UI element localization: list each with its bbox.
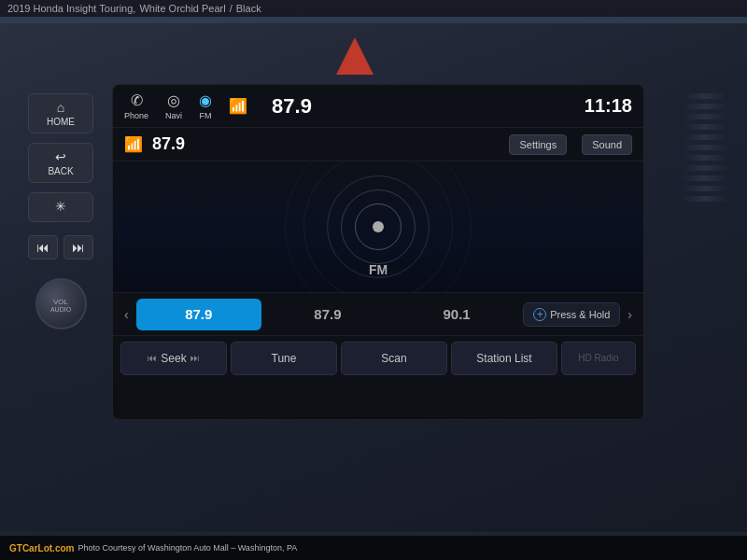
car-title: 2019 Honda Insight Touring, [7,3,135,14]
photo-container: 2019 Honda Insight Touring, White Orchid… [0,0,747,560]
fm-center-dot [373,221,384,232]
vent-stripe [682,155,728,161]
current-frequency: 87.9 [152,134,185,154]
vent-stripe [682,196,728,202]
station-3[interactable]: 90.1 [394,299,519,330]
tune-button[interactable]: Tune [231,342,337,375]
fm-icon: ◉ [199,91,212,109]
car-color: White Orchid Pearl [139,3,225,14]
vent-stripe [682,165,728,171]
hdradio-label: HD Radio [578,353,618,363]
photo-credit-text: Photo Courtesy of Washington Auto Mall –… [78,543,297,553]
seek-back-icon: ⏮ [148,353,157,363]
station-list-label: Station List [476,352,531,365]
plus-icon: + [533,308,546,321]
hdradio-button[interactable]: HD Radio [561,342,636,375]
freq-left-button[interactable]: ‹ [120,303,133,326]
tune-label: Tune [272,352,297,365]
gtcarlot-logo: GTCarLot.com [9,543,74,553]
vent-stripe [682,186,728,191]
fm-icon-button[interactable]: ◉ FM [199,91,212,120]
back-button[interactable]: ↩ BACK [28,143,93,183]
back-label: BACK [48,166,73,176]
prev-track-button[interactable]: ⏮ [28,235,58,259]
vent-stripe [682,145,728,150]
home-icon: ⌂ [42,100,79,115]
left-controls-panel: ⌂ HOME ↩ BACK ✳ ⏮ ⏭ VOL AUDIO [19,93,103,329]
home-button[interactable]: ⌂ HOME [28,93,93,133]
fm-circle-inner [355,203,402,250]
freq-right-button[interactable]: › [624,303,636,326]
volume-knob[interactable]: VOL AUDIO [35,278,87,329]
bottom-controls: ⏮ Seek ⏭ Tune Scan Station List HD Radio [113,335,643,380]
audio-label: AUDIO [50,306,71,313]
navi-icon-button[interactable]: ◎ Navi [165,91,182,120]
fm-label-top: FM [200,111,212,120]
main-screen: ✆ Phone ◎ Navi ◉ FM 📶 87.9 11:18 📶 87.9 … [112,84,644,420]
vent-stripe [682,175,728,181]
seek-button[interactable]: ⏮ Seek ⏭ [120,342,227,375]
vent-stripe [682,124,728,130]
next-track-button[interactable]: ⏭ [63,235,93,259]
seek-label: Seek [161,352,186,365]
phone-icon-button[interactable]: ✆ Phone [124,91,148,120]
vent-stripe [682,114,728,119]
home-label: HOME [47,117,75,127]
phone-label: Phone [124,111,148,120]
photo-title-bar: 2019 Honda Insight Touring, White Orchid… [0,0,747,17]
screen-topbar: ✆ Phone ◎ Navi ◉ FM 📶 87.9 11:18 [113,85,643,128]
media-controls: ⏮ ⏭ [28,235,93,259]
scan-label: Scan [381,352,406,365]
phone-icon: ✆ [131,91,143,109]
photo-credit-bar: GTCarLot.com Photo Courtesy of Washingto… [0,536,747,560]
station-1[interactable]: 87.9 [136,299,261,330]
vent-stripe [682,104,728,109]
fm-signal-icon: 📶 [124,135,143,153]
frequency-bar: ‹ 87.9 87.9 90.1 + Press & Hold › [113,292,643,335]
vol-label: VOL [53,298,68,306]
separator: / [230,3,233,14]
hazard-icon [336,37,374,75]
seek-fwd-icon: ⏭ [190,353,200,363]
sound-button[interactable]: Sound [582,134,632,155]
press-hold-button[interactable]: + Press & Hold [523,302,620,327]
station-list-button[interactable]: Station List [451,342,557,375]
brightness-button[interactable]: ✳ [28,192,93,222]
signal-icon: 📶 [229,97,247,115]
vent-stripe [682,134,728,140]
hazard-area [317,28,392,84]
navi-label: Navi [165,111,182,120]
vent-stripe [682,93,728,99]
press-hold-label: Press & Hold [550,309,610,320]
fm-visual-area: FM [113,161,643,292]
fm-circle-mid [341,189,416,264]
brightness-icon: ✳ [42,199,79,214]
fm-mode-label: FM [369,262,388,277]
clock-display: 11:18 [585,95,632,117]
vent-right [682,93,728,327]
scan-button[interactable]: Scan [341,342,447,375]
back-icon: ↩ [42,149,79,164]
car-trim: Black [236,3,261,14]
top-frequency: 87.9 [272,94,312,119]
station-2[interactable]: 87.9 [265,299,390,330]
screen-row2: 📶 87.9 Settings Sound [113,128,643,161]
settings-button[interactable]: Settings [509,134,567,155]
navi-icon: ◎ [167,91,180,109]
